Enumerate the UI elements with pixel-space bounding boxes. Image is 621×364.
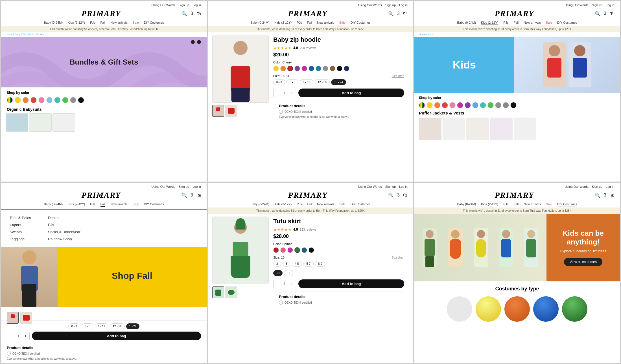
swatch-yellow-2[interactable] [273, 66, 279, 71]
color-gray-1[interactable] [70, 97, 76, 103]
dropdown-tees[interactable]: Tees & Polos [10, 216, 31, 220]
kid-color-yellow[interactable] [427, 102, 433, 108]
tutu-size-12[interactable]: 12 [284, 270, 293, 276]
bag-icon-2[interactable]: 🛍 [403, 11, 408, 16]
babysuit-thumb-3[interactable] [53, 113, 75, 132]
nav-kids-5[interactable]: Kids (2-12Y) [274, 202, 292, 206]
kid-color-medgray[interactable] [503, 102, 509, 108]
kid-color-green[interactable] [487, 102, 494, 108]
signup-link-4[interactable]: Sign up [179, 185, 189, 188]
using-our-words-link-5[interactable]: Using Our Words [358, 185, 382, 188]
dropdown-sweats[interactable]: Sweats [10, 230, 31, 234]
nav-baby-4[interactable]: Baby (0-24M) [44, 202, 63, 207]
tutu-size-8-9[interactable]: 8-9 [315, 261, 325, 267]
nav-newarrivals-6[interactable]: New arrivals [524, 202, 541, 206]
tutu-swatch-teal[interactable] [301, 247, 307, 253]
signup-link-2[interactable]: Sign up [385, 3, 396, 7]
nav-baby-6[interactable]: Baby (0-24M) [457, 202, 476, 206]
color-rainbow-1[interactable] [7, 97, 13, 103]
nav-pjs-2[interactable]: PJs [297, 21, 302, 24]
nav-pjs-1[interactable]: PJs [90, 21, 95, 24]
nav-sale-4[interactable]: Sale [133, 202, 139, 207]
swatch-orange-2[interactable] [280, 66, 286, 71]
fall-size-0-3[interactable]: 0 - 3 [68, 323, 80, 329]
signup-link-6[interactable]: Sign up [592, 185, 602, 188]
kid-color-black[interactable] [510, 102, 517, 108]
size-chart-link-2[interactable]: Size chart [392, 74, 404, 78]
fall-thumb-1[interactable] [7, 312, 19, 324]
kid-color-magenta[interactable] [457, 102, 463, 108]
costume-type-4[interactable] [533, 296, 559, 322]
thumb-red-flat[interactable] [225, 105, 237, 117]
bag-icon-1[interactable]: 🛍 [196, 11, 201, 16]
search-icon-3[interactable]: 🔍 [595, 11, 600, 16]
size-12-18-2[interactable]: 12 - 18 [315, 79, 330, 85]
costume-type-3[interactable] [504, 296, 530, 322]
bag-icon-4[interactable]: 🛍 [196, 193, 201, 198]
nav-pjs-4[interactable]: PJs [90, 202, 95, 207]
logo-4[interactable]: PRIMARY [21, 191, 182, 200]
dropdown-pjs[interactable]: PJs [48, 223, 80, 227]
logo-3[interactable]: PRIMARY [434, 9, 595, 18]
tutu-size-chart-link[interactable]: Size chart [392, 256, 404, 259]
size-18-24-2[interactable]: 18 - 24 [331, 79, 346, 85]
bag-icon-6[interactable]: 🛍 [610, 193, 614, 198]
costume-type-2[interactable] [476, 296, 501, 322]
logo-2[interactable]: PRIMARY [228, 9, 388, 18]
fall-size-3-6[interactable]: 3 - 6 [82, 323, 93, 329]
fall-thumb-2[interactable] [20, 312, 32, 324]
puffer-3[interactable] [466, 118, 489, 140]
nav-sale-1[interactable]: Sale [133, 21, 139, 24]
fall-size-12-18[interactable]: 12 - 18 [110, 323, 124, 329]
nav-newarrivals-1[interactable]: New arrivals [110, 21, 128, 24]
search-icon-5[interactable]: 🔍 [388, 193, 394, 198]
logo-6[interactable]: PRIMARY [434, 191, 595, 200]
nav-diy-2[interactable]: DIY Costumes [351, 21, 371, 24]
login-link-3[interactable]: Log in [606, 3, 614, 7]
swatch-blue-2[interactable] [316, 66, 321, 71]
nav-kids-1[interactable]: Kids (2-12Y) [68, 21, 85, 24]
nav-fall-5[interactable]: Fall [307, 202, 312, 206]
color-pink-1[interactable] [38, 97, 45, 103]
swatch-teal-2[interactable] [309, 66, 314, 71]
signup-link-5[interactable]: Sign up [385, 185, 396, 188]
login-link-5[interactable]: Log in [399, 185, 408, 188]
using-our-words-link-4[interactable]: Using Our Words [152, 185, 175, 188]
using-our-words-link-1[interactable]: Using Our Words [152, 3, 175, 7]
tutu-swatch-rose[interactable] [280, 247, 286, 253]
dropdown-denim[interactable]: Denim [48, 216, 80, 220]
logo-5[interactable]: PRIMARY [228, 191, 388, 200]
login-link-1[interactable]: Log in [193, 3, 201, 7]
search-icon-1[interactable]: 🔍 [182, 11, 187, 16]
tutu-size-10[interactable]: 10 [273, 270, 283, 276]
swatch-navy-2[interactable] [344, 66, 349, 71]
kid-color-teal[interactable] [480, 102, 486, 108]
fall-size-18-24[interactable]: 18-24 [126, 323, 140, 329]
fall-qty-decrease[interactable]: − [7, 332, 15, 340]
dot-1[interactable] [191, 40, 195, 44]
nav-pjs-5[interactable]: PJs [297, 202, 302, 206]
puffer-2[interactable] [443, 118, 465, 140]
nav-pjs-6[interactable]: PJs [503, 202, 508, 206]
color-orange-1[interactable] [23, 97, 29, 103]
nav-kids-4[interactable]: Kids (2-12Y) [68, 202, 85, 207]
nav-sale-5[interactable]: Sale [339, 202, 346, 206]
puffer-1[interactable] [419, 118, 441, 140]
puffer-5[interactable] [514, 118, 536, 140]
nav-kids-3[interactable]: Kids (2-12Y) [481, 21, 498, 24]
nav-baby-5[interactable]: Baby (0-24M) [250, 202, 269, 206]
color-red-1[interactable] [30, 97, 37, 103]
nav-diy-3[interactable]: DIY Costumes [557, 21, 577, 24]
kid-color-gray[interactable] [495, 102, 501, 108]
add-to-bag-2[interactable]: Add to bag [298, 89, 404, 97]
logo-1[interactable]: PRIMARY [21, 9, 182, 18]
tutu-swatch-red[interactable] [273, 247, 279, 253]
nav-diy-1[interactable]: DIY Costumes [144, 21, 164, 24]
nav-kids-6[interactable]: Kids (2-12Y) [481, 202, 498, 206]
login-link-2[interactable]: Log in [399, 3, 408, 7]
tutu-qty-decrease[interactable]: − [274, 280, 281, 288]
nav-fall-6[interactable]: Fall [514, 202, 519, 206]
nav-newarrivals-5[interactable]: New arrivals [317, 202, 334, 206]
color-yellow-1[interactable] [15, 97, 21, 103]
using-our-words-link-3[interactable]: Using Our Words [565, 3, 589, 7]
